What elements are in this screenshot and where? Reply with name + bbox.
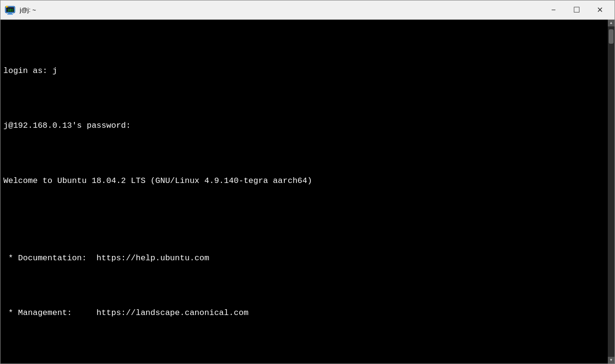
svg-rect-2	[8, 13, 12, 14]
line-password: j@192.168.0.13's password:	[3, 121, 605, 132]
scrollbar-thumb[interactable]	[609, 29, 614, 44]
minimize-button[interactable]: −	[542, 2, 565, 18]
svg-text:j@j:~: j@j:~	[7, 8, 15, 12]
window-controls: − ☐ ✕	[542, 2, 611, 18]
scroll-up-arrow[interactable]: ▲	[608, 20, 615, 26]
line-welcome: Welcome to Ubuntu 18.04.2 LTS (GNU/Linux…	[3, 176, 605, 187]
window-title: j@j: ~	[20, 6, 542, 13]
terminal-window: j@j:~ j@j: ~ − ☐ ✕ login as: j j@192.168…	[0, 0, 615, 364]
terminal-content: login as: j j@192.168.0.13's password: W…	[3, 44, 612, 364]
line-doc: * Documentation: https://help.ubuntu.com	[3, 253, 605, 264]
line-mgmt: * Management: https://landscape.canonica…	[3, 308, 605, 319]
app-icon: j@j:~	[4, 4, 16, 16]
titlebar: j@j:~ j@j: ~ − ☐ ✕	[0, 0, 615, 20]
scrollbar[interactable]: ▲ ▼	[608, 20, 615, 364]
svg-rect-3	[7, 14, 13, 15]
line-login: login as: j	[3, 66, 605, 77]
scroll-down-arrow[interactable]: ▼	[608, 357, 615, 364]
maximize-button[interactable]: ☐	[566, 2, 588, 18]
line-support: * Support: https://ubuntu.com/advantage	[3, 363, 605, 364]
close-button[interactable]: ✕	[589, 2, 611, 18]
terminal-body[interactable]: login as: j j@192.168.0.13's password: W…	[0, 20, 615, 364]
